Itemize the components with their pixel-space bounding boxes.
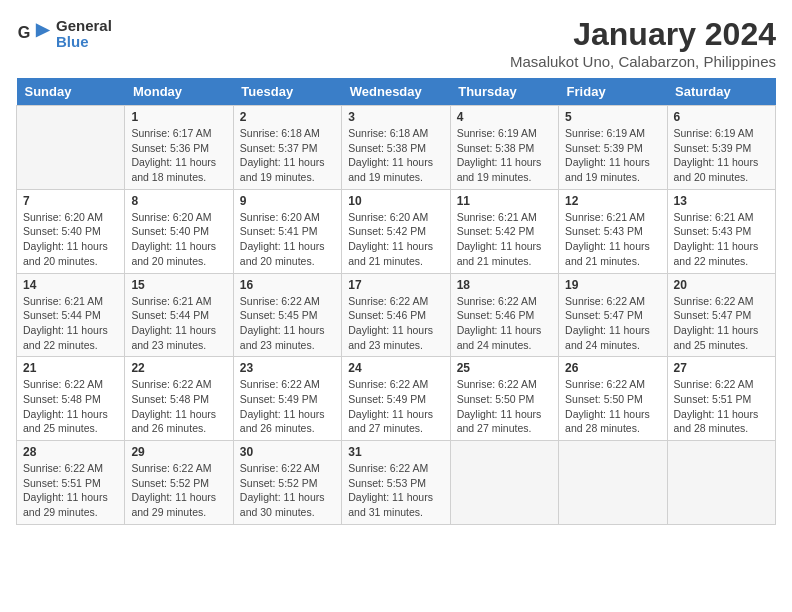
week-row-2: 7Sunrise: 6:20 AMSunset: 5:40 PMDaylight… <box>17 189 776 273</box>
day-info: Sunrise: 6:22 AMSunset: 5:50 PMDaylight:… <box>457 377 552 436</box>
day-number: 30 <box>240 445 335 459</box>
day-number: 6 <box>674 110 769 124</box>
day-number: 17 <box>348 278 443 292</box>
day-info: Sunrise: 6:19 AMSunset: 5:39 PMDaylight:… <box>674 126 769 185</box>
table-row: 31Sunrise: 6:22 AMSunset: 5:53 PMDayligh… <box>342 441 450 525</box>
day-number: 1 <box>131 110 226 124</box>
day-number: 7 <box>23 194 118 208</box>
table-row <box>17 106 125 190</box>
day-number: 20 <box>674 278 769 292</box>
table-row: 14Sunrise: 6:21 AMSunset: 5:44 PMDayligh… <box>17 273 125 357</box>
table-row: 15Sunrise: 6:21 AMSunset: 5:44 PMDayligh… <box>125 273 233 357</box>
day-number: 21 <box>23 361 118 375</box>
table-row: 5Sunrise: 6:19 AMSunset: 5:39 PMDaylight… <box>559 106 667 190</box>
day-info: Sunrise: 6:22 AMSunset: 5:52 PMDaylight:… <box>131 461 226 520</box>
day-info: Sunrise: 6:22 AMSunset: 5:49 PMDaylight:… <box>348 377 443 436</box>
day-number: 19 <box>565 278 660 292</box>
header-monday: Monday <box>125 78 233 106</box>
calendar-table: SundayMondayTuesdayWednesdayThursdayFrid… <box>16 78 776 525</box>
header-friday: Friday <box>559 78 667 106</box>
subtitle: Masalukot Uno, Calabarzon, Philippines <box>510 53 776 70</box>
day-number: 5 <box>565 110 660 124</box>
page-header: G General Blue January 2024 Masalukot Un… <box>16 16 776 70</box>
day-number: 16 <box>240 278 335 292</box>
day-number: 14 <box>23 278 118 292</box>
table-row: 4Sunrise: 6:19 AMSunset: 5:38 PMDaylight… <box>450 106 558 190</box>
day-info: Sunrise: 6:22 AMSunset: 5:47 PMDaylight:… <box>674 294 769 353</box>
day-number: 4 <box>457 110 552 124</box>
day-number: 27 <box>674 361 769 375</box>
week-row-3: 14Sunrise: 6:21 AMSunset: 5:44 PMDayligh… <box>17 273 776 357</box>
main-title: January 2024 <box>510 16 776 53</box>
day-info: Sunrise: 6:22 AMSunset: 5:46 PMDaylight:… <box>457 294 552 353</box>
day-info: Sunrise: 6:18 AMSunset: 5:37 PMDaylight:… <box>240 126 335 185</box>
day-info: Sunrise: 6:21 AMSunset: 5:43 PMDaylight:… <box>565 210 660 269</box>
table-row: 28Sunrise: 6:22 AMSunset: 5:51 PMDayligh… <box>17 441 125 525</box>
table-row: 10Sunrise: 6:20 AMSunset: 5:42 PMDayligh… <box>342 189 450 273</box>
day-info: Sunrise: 6:22 AMSunset: 5:49 PMDaylight:… <box>240 377 335 436</box>
day-info: Sunrise: 6:21 AMSunset: 5:44 PMDaylight:… <box>131 294 226 353</box>
day-number: 22 <box>131 361 226 375</box>
header-thursday: Thursday <box>450 78 558 106</box>
table-row: 17Sunrise: 6:22 AMSunset: 5:46 PMDayligh… <box>342 273 450 357</box>
day-number: 10 <box>348 194 443 208</box>
day-info: Sunrise: 6:21 AMSunset: 5:43 PMDaylight:… <box>674 210 769 269</box>
day-number: 11 <box>457 194 552 208</box>
table-row: 25Sunrise: 6:22 AMSunset: 5:50 PMDayligh… <box>450 357 558 441</box>
day-info: Sunrise: 6:22 AMSunset: 5:52 PMDaylight:… <box>240 461 335 520</box>
table-row: 12Sunrise: 6:21 AMSunset: 5:43 PMDayligh… <box>559 189 667 273</box>
logo: G General Blue <box>16 16 112 52</box>
day-number: 15 <box>131 278 226 292</box>
title-block: January 2024 Masalukot Uno, Calabarzon, … <box>510 16 776 70</box>
day-number: 2 <box>240 110 335 124</box>
day-info: Sunrise: 6:20 AMSunset: 5:42 PMDaylight:… <box>348 210 443 269</box>
table-row: 20Sunrise: 6:22 AMSunset: 5:47 PMDayligh… <box>667 273 775 357</box>
day-info: Sunrise: 6:19 AMSunset: 5:39 PMDaylight:… <box>565 126 660 185</box>
header-saturday: Saturday <box>667 78 775 106</box>
day-number: 18 <box>457 278 552 292</box>
table-row: 11Sunrise: 6:21 AMSunset: 5:42 PMDayligh… <box>450 189 558 273</box>
header-sunday: Sunday <box>17 78 125 106</box>
day-info: Sunrise: 6:22 AMSunset: 5:48 PMDaylight:… <box>131 377 226 436</box>
table-row: 24Sunrise: 6:22 AMSunset: 5:49 PMDayligh… <box>342 357 450 441</box>
table-row: 13Sunrise: 6:21 AMSunset: 5:43 PMDayligh… <box>667 189 775 273</box>
header-wednesday: Wednesday <box>342 78 450 106</box>
table-row: 22Sunrise: 6:22 AMSunset: 5:48 PMDayligh… <box>125 357 233 441</box>
day-info: Sunrise: 6:20 AMSunset: 5:40 PMDaylight:… <box>23 210 118 269</box>
week-row-4: 21Sunrise: 6:22 AMSunset: 5:48 PMDayligh… <box>17 357 776 441</box>
table-row: 19Sunrise: 6:22 AMSunset: 5:47 PMDayligh… <box>559 273 667 357</box>
header-tuesday: Tuesday <box>233 78 341 106</box>
table-row: 7Sunrise: 6:20 AMSunset: 5:40 PMDaylight… <box>17 189 125 273</box>
day-info: Sunrise: 6:22 AMSunset: 5:51 PMDaylight:… <box>23 461 118 520</box>
table-row: 21Sunrise: 6:22 AMSunset: 5:48 PMDayligh… <box>17 357 125 441</box>
day-info: Sunrise: 6:17 AMSunset: 5:36 PMDaylight:… <box>131 126 226 185</box>
table-row <box>559 441 667 525</box>
day-info: Sunrise: 6:22 AMSunset: 5:48 PMDaylight:… <box>23 377 118 436</box>
day-info: Sunrise: 6:20 AMSunset: 5:40 PMDaylight:… <box>131 210 226 269</box>
table-row: 18Sunrise: 6:22 AMSunset: 5:46 PMDayligh… <box>450 273 558 357</box>
day-number: 3 <box>348 110 443 124</box>
day-info: Sunrise: 6:20 AMSunset: 5:41 PMDaylight:… <box>240 210 335 269</box>
logo-icon: G <box>16 16 52 52</box>
table-row <box>667 441 775 525</box>
day-number: 28 <box>23 445 118 459</box>
day-number: 13 <box>674 194 769 208</box>
day-number: 12 <box>565 194 660 208</box>
day-info: Sunrise: 6:21 AMSunset: 5:42 PMDaylight:… <box>457 210 552 269</box>
day-info: Sunrise: 6:22 AMSunset: 5:47 PMDaylight:… <box>565 294 660 353</box>
table-row: 23Sunrise: 6:22 AMSunset: 5:49 PMDayligh… <box>233 357 341 441</box>
day-info: Sunrise: 6:22 AMSunset: 5:46 PMDaylight:… <box>348 294 443 353</box>
table-row: 26Sunrise: 6:22 AMSunset: 5:50 PMDayligh… <box>559 357 667 441</box>
svg-marker-2 <box>36 23 50 37</box>
day-number: 26 <box>565 361 660 375</box>
header-row: SundayMondayTuesdayWednesdayThursdayFrid… <box>17 78 776 106</box>
table-row: 27Sunrise: 6:22 AMSunset: 5:51 PMDayligh… <box>667 357 775 441</box>
week-row-1: 1Sunrise: 6:17 AMSunset: 5:36 PMDaylight… <box>17 106 776 190</box>
day-info: Sunrise: 6:22 AMSunset: 5:53 PMDaylight:… <box>348 461 443 520</box>
day-info: Sunrise: 6:19 AMSunset: 5:38 PMDaylight:… <box>457 126 552 185</box>
svg-text:G: G <box>18 23 31 41</box>
table-row: 6Sunrise: 6:19 AMSunset: 5:39 PMDaylight… <box>667 106 775 190</box>
day-number: 8 <box>131 194 226 208</box>
day-info: Sunrise: 6:18 AMSunset: 5:38 PMDaylight:… <box>348 126 443 185</box>
table-row: 2Sunrise: 6:18 AMSunset: 5:37 PMDaylight… <box>233 106 341 190</box>
